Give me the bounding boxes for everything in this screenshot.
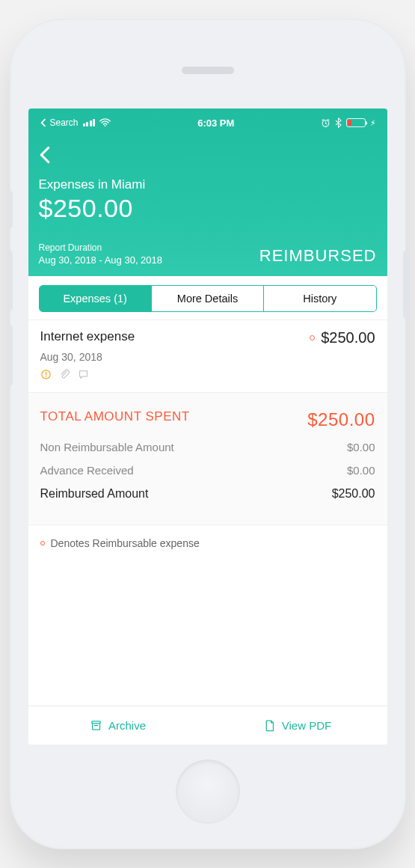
status-back-label: Search bbox=[50, 117, 79, 128]
tab-more-details[interactable]: More Details bbox=[151, 286, 263, 311]
charging-icon: ⚡︎ bbox=[370, 118, 376, 128]
total-spent-value: $250.00 bbox=[307, 409, 375, 430]
archive-label: Archive bbox=[108, 719, 146, 732]
comment-icon bbox=[78, 369, 89, 383]
report-duration: Report Duration Aug 30, 2018 - Aug 30, 2… bbox=[39, 242, 163, 266]
phone-frame: Search 6:03 PM ⚡︎ bbox=[10, 19, 406, 849]
pdf-icon bbox=[263, 718, 276, 733]
non-reimbursable-value: $0.00 bbox=[347, 441, 375, 453]
bottom-toolbar: Archive View PDF bbox=[28, 706, 387, 745]
report-title: Expenses in Miami bbox=[39, 177, 377, 192]
legend-text: Denotes Reimbursable expense bbox=[51, 537, 200, 549]
non-reimbursable-label: Non Reimbursable Amount bbox=[40, 441, 174, 453]
svg-point-0 bbox=[105, 125, 106, 126]
chevron-left-icon bbox=[39, 118, 48, 127]
back-button[interactable] bbox=[39, 144, 60, 165]
expense-date: Aug 30, 2018 bbox=[40, 351, 375, 363]
expense-name: Internet expense bbox=[40, 329, 135, 344]
reimbursable-marker-icon bbox=[40, 541, 45, 545]
side-button bbox=[7, 326, 13, 385]
legend: Denotes Reimbursable expense bbox=[28, 525, 387, 561]
summary-panel: TOTAL AMOUNT SPENT $250.00 Non Reimbursa… bbox=[28, 393, 387, 525]
tabs: Expenses (1) More Details History bbox=[28, 276, 387, 320]
expense-item[interactable]: Internet expense $250.00 Aug 30, 2018 bbox=[28, 320, 387, 393]
battery-icon bbox=[346, 118, 366, 127]
tab-expenses[interactable]: Expenses (1) bbox=[40, 286, 151, 311]
expense-amount-value: $250.00 bbox=[321, 329, 375, 346]
reimbursed-amount-label: Reimbursed Amount bbox=[40, 487, 149, 501]
alarm-icon bbox=[321, 118, 331, 128]
report-amount: $250.00 bbox=[39, 194, 377, 223]
archive-icon bbox=[90, 718, 102, 733]
tab-history[interactable]: History bbox=[263, 286, 375, 311]
view-pdf-label: View PDF bbox=[282, 719, 331, 732]
duration-range: Aug 30, 2018 - Aug 30, 2018 bbox=[39, 254, 163, 266]
advance-received-label: Advance Received bbox=[40, 464, 134, 477]
status-bar-left: Search bbox=[39, 117, 111, 128]
archive-button[interactable]: Archive bbox=[28, 706, 208, 745]
cellular-signal-icon bbox=[83, 119, 96, 126]
svg-rect-5 bbox=[92, 721, 100, 724]
status-back-to-app[interactable]: Search bbox=[39, 117, 79, 128]
reimbursable-marker-icon bbox=[310, 335, 315, 340]
side-button bbox=[7, 251, 13, 311]
reimbursed-amount-value: $250.00 bbox=[332, 487, 375, 501]
app-screen: Search 6:03 PM ⚡︎ bbox=[28, 109, 387, 745]
phone-speaker bbox=[182, 67, 234, 74]
warning-icon bbox=[40, 369, 52, 383]
wifi-icon bbox=[99, 118, 111, 127]
duration-label: Report Duration bbox=[39, 242, 163, 253]
expense-amount: $250.00 bbox=[310, 329, 375, 346]
status-time: 6:03 PM bbox=[197, 117, 234, 129]
status-bar-right: ⚡︎ bbox=[321, 117, 376, 128]
total-spent-label: TOTAL AMOUNT SPENT bbox=[40, 409, 190, 430]
advance-received-value: $0.00 bbox=[347, 464, 375, 477]
header: Search 6:03 PM ⚡︎ bbox=[28, 109, 387, 276]
home-button[interactable] bbox=[176, 760, 240, 824]
bluetooth-icon bbox=[335, 117, 342, 128]
view-pdf-button[interactable]: View PDF bbox=[208, 706, 387, 745]
status-bar: Search 6:03 PM ⚡︎ bbox=[39, 114, 377, 131]
side-button bbox=[7, 191, 13, 228]
side-button bbox=[403, 251, 409, 318]
attachment-icon bbox=[59, 369, 70, 383]
svg-point-4 bbox=[45, 376, 46, 378]
status-badge: REIMBURSED bbox=[259, 246, 377, 266]
